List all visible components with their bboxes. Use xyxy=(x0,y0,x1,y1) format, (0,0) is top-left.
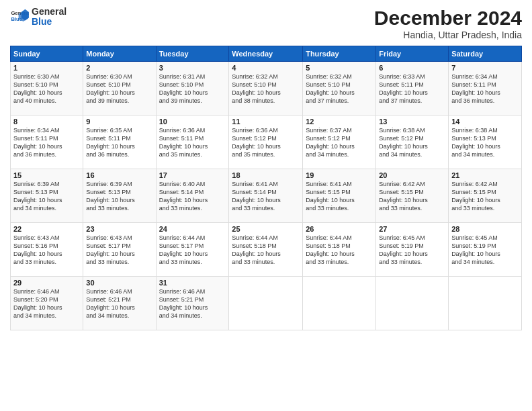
sunrise-label: Sunrise: 6:46 AM xyxy=(159,288,206,295)
daylight-label: Daylight: 10 hours xyxy=(86,304,135,311)
daylight-minutes: and 33 minutes. xyxy=(451,205,494,212)
daylight-minutes: and 34 minutes. xyxy=(13,312,56,319)
day-info: Sunrise: 6:32 AM Sunset: 5:10 PM Dayligh… xyxy=(306,73,373,105)
sunrise-label: Sunrise: 6:44 AM xyxy=(159,234,206,241)
daylight-minutes: and 33 minutes. xyxy=(306,205,349,212)
day-info: Sunrise: 6:46 AM Sunset: 5:20 PM Dayligh… xyxy=(13,287,80,320)
daylight-label: Daylight: 10 hours xyxy=(13,143,62,150)
daylight-label: Daylight: 10 hours xyxy=(379,250,428,257)
sunrise-label: Sunrise: 6:41 AM xyxy=(232,181,278,187)
daylight-minutes: and 34 minutes. xyxy=(451,259,494,265)
daylight-minutes: and 33 minutes. xyxy=(13,259,56,265)
day-info: Sunrise: 6:41 AM Sunset: 5:15 PM Dayligh… xyxy=(306,180,373,213)
sunset-label: Sunset: 5:15 PM xyxy=(451,189,496,195)
daylight-minutes: and 39 minutes. xyxy=(86,97,129,104)
calendar-cell: 16 Sunrise: 6:39 AM Sunset: 5:13 PM Dayl… xyxy=(83,169,156,223)
day-info: Sunrise: 6:46 AM Sunset: 5:21 PM Dayligh… xyxy=(86,287,152,320)
day-info: Sunrise: 6:44 AM Sunset: 5:18 PM Dayligh… xyxy=(232,234,300,267)
day-number: 23 xyxy=(86,225,152,233)
calendar-cell: 5 Sunrise: 6:32 AM Sunset: 5:10 PM Dayli… xyxy=(303,62,376,116)
sunset-label: Sunset: 5:10 PM xyxy=(306,81,351,88)
day-info: Sunrise: 6:33 AM Sunset: 5:11 PM Dayligh… xyxy=(379,73,445,105)
daylight-minutes: and 37 minutes. xyxy=(306,97,349,104)
calendar-cell: 21 Sunrise: 6:42 AM Sunset: 5:15 PM Dayl… xyxy=(449,169,522,223)
daylight-label: Daylight: 10 hours xyxy=(86,89,135,96)
calendar-cell: 9 Sunrise: 6:35 AM Sunset: 5:11 PM Dayli… xyxy=(83,116,156,169)
sunrise-label: Sunrise: 6:39 AM xyxy=(13,181,60,187)
sunset-label: Sunset: 5:17 PM xyxy=(86,242,131,249)
main-title: December 2024 xyxy=(374,7,522,30)
calendar-row: 29 Sunrise: 6:46 AM Sunset: 5:20 PM Dayl… xyxy=(11,277,522,330)
day-info: Sunrise: 6:34 AM Sunset: 5:11 PM Dayligh… xyxy=(451,73,519,105)
daylight-label: Daylight: 10 hours xyxy=(159,250,208,257)
day-number: 28 xyxy=(451,225,519,233)
day-info: Sunrise: 6:38 AM Sunset: 5:13 PM Dayligh… xyxy=(451,126,519,159)
calendar-cell: 22 Sunrise: 6:43 AM Sunset: 5:16 PM Dayl… xyxy=(11,223,83,277)
sunset-label: Sunset: 5:18 PM xyxy=(232,242,277,249)
page: General Blue General Blue December 2024 … xyxy=(0,0,532,411)
header-monday: Monday xyxy=(83,46,156,62)
sunrise-label: Sunrise: 6:42 AM xyxy=(451,181,498,187)
calendar-cell: 11 Sunrise: 6:36 AM Sunset: 5:12 PM Dayl… xyxy=(229,116,303,169)
day-number: 29 xyxy=(13,279,80,287)
daylight-label: Daylight: 10 hours xyxy=(379,89,428,96)
day-number: 1 xyxy=(13,64,80,72)
daylight-minutes: and 36 minutes. xyxy=(86,151,129,158)
daylight-label: Daylight: 10 hours xyxy=(451,89,500,96)
header-sunday: Sunday xyxy=(11,46,83,62)
calendar-cell xyxy=(449,277,522,330)
daylight-minutes: and 34 minutes. xyxy=(86,312,129,319)
day-number: 8 xyxy=(13,118,80,126)
calendar-cell: 28 Sunrise: 6:45 AM Sunset: 5:19 PM Dayl… xyxy=(449,223,522,277)
sunset-label: Sunset: 5:20 PM xyxy=(13,296,58,303)
daylight-minutes: and 37 minutes. xyxy=(379,97,422,104)
sunrise-label: Sunrise: 6:32 AM xyxy=(232,73,278,80)
sunrise-label: Sunrise: 6:43 AM xyxy=(86,234,132,241)
day-number: 31 xyxy=(159,279,226,287)
sunset-label: Sunset: 5:11 PM xyxy=(159,135,204,142)
day-info: Sunrise: 6:44 AM Sunset: 5:18 PM Dayligh… xyxy=(306,234,373,267)
daylight-minutes: and 33 minutes. xyxy=(86,205,129,212)
day-number: 12 xyxy=(306,118,373,126)
sunset-label: Sunset: 5:11 PM xyxy=(86,135,131,142)
day-info: Sunrise: 6:32 AM Sunset: 5:10 PM Dayligh… xyxy=(232,73,300,105)
calendar-cell: 23 Sunrise: 6:43 AM Sunset: 5:17 PM Dayl… xyxy=(83,223,156,277)
calendar-row: 1 Sunrise: 6:30 AM Sunset: 5:10 PM Dayli… xyxy=(11,62,522,116)
daylight-label: Daylight: 10 hours xyxy=(86,143,135,150)
sunrise-label: Sunrise: 6:34 AM xyxy=(13,127,60,134)
calendar-cell: 3 Sunrise: 6:31 AM Sunset: 5:10 PM Dayli… xyxy=(156,62,229,116)
day-number: 7 xyxy=(451,64,519,72)
sunrise-label: Sunrise: 6:33 AM xyxy=(379,73,425,80)
sunrise-label: Sunrise: 6:38 AM xyxy=(379,127,425,134)
daylight-label: Daylight: 10 hours xyxy=(13,304,62,311)
day-number: 30 xyxy=(86,279,152,287)
day-number: 24 xyxy=(159,225,226,233)
sunset-label: Sunset: 5:16 PM xyxy=(13,242,58,249)
weekday-header-row: Sunday Monday Tuesday Wednesday Thursday… xyxy=(11,46,522,62)
sunset-label: Sunset: 5:19 PM xyxy=(379,242,424,249)
day-info: Sunrise: 6:37 AM Sunset: 5:12 PM Dayligh… xyxy=(306,126,373,159)
header: General Blue General Blue December 2024 … xyxy=(10,7,522,40)
sunrise-label: Sunrise: 6:46 AM xyxy=(13,288,60,295)
sunrise-label: Sunrise: 6:39 AM xyxy=(86,181,132,187)
daylight-minutes: and 33 minutes. xyxy=(159,205,202,212)
day-number: 6 xyxy=(379,64,445,72)
day-info: Sunrise: 6:44 AM Sunset: 5:17 PM Dayligh… xyxy=(159,234,226,267)
daylight-minutes: and 34 minutes. xyxy=(159,312,202,319)
sunrise-label: Sunrise: 6:41 AM xyxy=(306,181,352,187)
daylight-label: Daylight: 10 hours xyxy=(13,89,62,96)
day-info: Sunrise: 6:36 AM Sunset: 5:12 PM Dayligh… xyxy=(232,126,300,159)
daylight-label: Daylight: 10 hours xyxy=(232,250,281,257)
daylight-minutes: and 39 minutes. xyxy=(159,97,202,104)
daylight-label: Daylight: 10 hours xyxy=(86,197,135,203)
calendar-cell: 17 Sunrise: 6:40 AM Sunset: 5:14 PM Dayl… xyxy=(156,169,229,223)
daylight-label: Daylight: 10 hours xyxy=(379,197,428,203)
sunrise-label: Sunrise: 6:30 AM xyxy=(86,73,132,80)
calendar-cell: 26 Sunrise: 6:44 AM Sunset: 5:18 PM Dayl… xyxy=(303,223,376,277)
daylight-label: Daylight: 10 hours xyxy=(159,143,208,150)
daylight-label: Daylight: 10 hours xyxy=(232,143,281,150)
day-number: 20 xyxy=(379,171,445,179)
calendar-cell: 25 Sunrise: 6:44 AM Sunset: 5:18 PM Dayl… xyxy=(229,223,303,277)
calendar-row: 22 Sunrise: 6:43 AM Sunset: 5:16 PM Dayl… xyxy=(11,223,522,277)
sunset-label: Sunset: 5:21 PM xyxy=(86,296,131,303)
